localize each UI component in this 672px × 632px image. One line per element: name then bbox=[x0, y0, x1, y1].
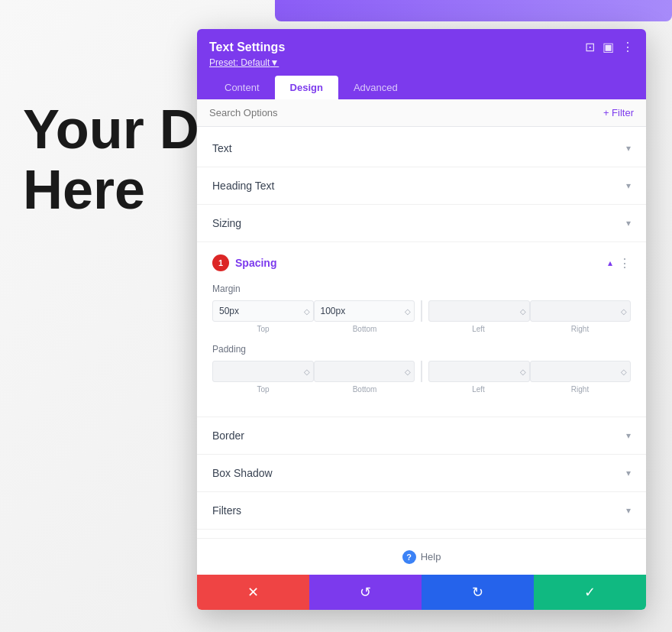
padding-bottom-wrapper: ◇ bbox=[314, 361, 415, 382]
margin-bottom-label: Bottom bbox=[314, 325, 415, 333]
margin-right-label: Right bbox=[529, 325, 631, 333]
panel-icon-group: ⊡ ▣ ⋮ bbox=[585, 40, 634, 54]
help-label: Help bbox=[421, 551, 441, 562]
action-buttons: ✕ ↺ ↻ ✓ bbox=[197, 575, 646, 610]
search-input[interactable] bbox=[209, 107, 603, 118]
chevron-spacing-icon[interactable]: ▴ bbox=[608, 258, 612, 268]
margin-left-icon: ◇ bbox=[520, 307, 526, 316]
top-bar-gradient bbox=[275, 0, 672, 21]
margin-left-input[interactable] bbox=[428, 300, 530, 322]
section-border[interactable]: Border ▾ bbox=[197, 417, 646, 455]
padding-inputs-row: ◇ ◇ ◇ ◇ bbox=[212, 361, 631, 382]
padding-left-icon: ◇ bbox=[520, 368, 526, 376]
chevron-sizing-icon: ▾ bbox=[626, 218, 631, 228]
chevron-box-shadow-icon: ▾ bbox=[626, 468, 631, 478]
margin-bottom-input[interactable] bbox=[314, 300, 415, 322]
padding-label: Padding bbox=[212, 344, 631, 355]
help-link[interactable]: ? Help bbox=[402, 550, 441, 564]
help-icon: ? bbox=[402, 550, 416, 564]
section-box-shadow[interactable]: Box Shadow ▾ bbox=[197, 455, 646, 492]
panel-footer: ? Help bbox=[197, 538, 646, 575]
margin-bottom-icon: ◇ bbox=[405, 307, 411, 316]
section-filters-label: Filters bbox=[212, 504, 241, 517]
undo-button[interactable]: ↺ bbox=[309, 575, 422, 610]
padding-top-icon: ◇ bbox=[304, 368, 310, 376]
margin-right-input[interactable] bbox=[530, 300, 632, 322]
padding-bottom-label: Bottom bbox=[314, 385, 415, 394]
search-bar: + Filter bbox=[197, 99, 646, 127]
spacing-content: Margin ◇ ◇ bbox=[197, 284, 646, 416]
padding-bottom-icon: ◇ bbox=[405, 368, 411, 376]
margin-top-icon: ◇ bbox=[304, 307, 310, 316]
chevron-filters-icon: ▾ bbox=[626, 505, 631, 516]
section-box-shadow-label: Box Shadow bbox=[212, 467, 273, 479]
spacing-more-icon[interactable]: ⋮ bbox=[619, 256, 631, 271]
margin-lr-labels: Left Right bbox=[415, 325, 631, 333]
chevron-heading-icon: ▾ bbox=[626, 180, 631, 191]
text-settings-panel: Text Settings ⊡ ▣ ⋮ Preset: Default▼ Con… bbox=[197, 29, 646, 610]
section-filters[interactable]: Filters ▾ bbox=[197, 492, 646, 530]
padding-tb-labels: Top Bottom bbox=[212, 385, 415, 394]
spacing-header-icons: ▴ ⋮ bbox=[608, 256, 631, 271]
margin-left-wrapper: ◇ bbox=[428, 300, 530, 322]
panel-tabs: Content Design Advanced bbox=[209, 76, 634, 99]
margin-bottom-wrapper: ◇ bbox=[314, 300, 415, 322]
step-badge: 1 bbox=[212, 254, 229, 271]
padding-lr-labels: Left Right bbox=[415, 385, 631, 394]
padding-bottom-input[interactable] bbox=[314, 361, 415, 382]
tab-content[interactable]: Content bbox=[209, 76, 275, 99]
responsive-icon[interactable]: ⊡ bbox=[585, 40, 595, 54]
margin-top-label: Top bbox=[212, 325, 314, 333]
margin-right-wrapper: ◇ bbox=[530, 300, 632, 322]
margin-left-right: ◇ ◇ bbox=[421, 300, 631, 322]
padding-left-label: Left bbox=[428, 385, 529, 394]
spacing-label: Spacing bbox=[235, 257, 276, 269]
tab-advanced[interactable]: Advanced bbox=[338, 76, 413, 99]
chevron-text-icon: ▾ bbox=[626, 143, 631, 154]
padding-labels-row: Top Bottom Left Right bbox=[212, 385, 631, 394]
padding-left-right: ◇ ◇ bbox=[421, 361, 631, 382]
margin-label: Margin bbox=[212, 284, 631, 294]
padding-top-label: Top bbox=[212, 385, 314, 394]
sections-container: Text ▾ Heading Text ▾ Sizing ▾ 1 Spacing bbox=[197, 127, 646, 538]
margin-top-wrapper: ◇ bbox=[212, 300, 314, 322]
section-heading-text[interactable]: Heading Text ▾ bbox=[197, 167, 646, 205]
margin-inputs-row: ◇ ◇ ◇ ◇ bbox=[212, 300, 631, 322]
section-sizing-label: Sizing bbox=[212, 217, 241, 229]
redo-button[interactable]: ↻ bbox=[422, 575, 534, 610]
chevron-border-icon: ▾ bbox=[626, 430, 631, 441]
filter-button[interactable]: + Filter bbox=[603, 107, 634, 118]
margin-top-bottom: ◇ ◇ bbox=[212, 300, 415, 322]
padding-left-input[interactable] bbox=[428, 361, 530, 382]
section-heading-text-label: Heading Text bbox=[212, 180, 274, 192]
padding-top-bottom: ◇ ◇ bbox=[212, 361, 415, 382]
margin-labels-row: Top Bottom Left Right bbox=[212, 325, 631, 333]
settings-icon[interactable]: ▣ bbox=[603, 40, 614, 54]
padding-left-wrapper: ◇ bbox=[428, 361, 530, 382]
section-transform[interactable]: Transform ▾ bbox=[197, 530, 646, 538]
section-text-label: Text bbox=[212, 142, 232, 154]
padding-right-icon: ◇ bbox=[621, 368, 627, 376]
panel-preset[interactable]: Preset: Default▼ bbox=[209, 57, 634, 68]
more-icon[interactable]: ⋮ bbox=[622, 40, 634, 54]
padding-top-wrapper: ◇ bbox=[212, 361, 314, 382]
section-spacing: 1 Spacing ▴ ⋮ Margin ◇ bbox=[197, 242, 646, 417]
padding-right-wrapper: ◇ bbox=[530, 361, 632, 382]
spacing-header[interactable]: 1 Spacing ▴ ⋮ bbox=[197, 242, 646, 284]
cancel-button[interactable]: ✕ bbox=[197, 575, 309, 610]
save-button[interactable]: ✓ bbox=[534, 575, 646, 610]
section-border-label: Border bbox=[212, 429, 244, 442]
margin-top-input[interactable] bbox=[212, 300, 314, 322]
panel-header: Text Settings ⊡ ▣ ⋮ Preset: Default▼ Con… bbox=[197, 29, 646, 99]
spacing-header-left: 1 Spacing bbox=[212, 254, 276, 271]
padding-right-input[interactable] bbox=[530, 361, 632, 382]
margin-left-label: Left bbox=[428, 325, 529, 333]
padding-right-label: Right bbox=[529, 385, 631, 394]
panel-title: Text Settings bbox=[209, 41, 285, 54]
section-text[interactable]: Text ▾ bbox=[197, 130, 646, 167]
panel-title-row: Text Settings ⊡ ▣ ⋮ bbox=[209, 40, 634, 54]
margin-tb-labels: Top Bottom bbox=[212, 325, 415, 333]
section-sizing[interactable]: Sizing ▾ bbox=[197, 205, 646, 242]
padding-top-input[interactable] bbox=[212, 361, 314, 382]
tab-design[interactable]: Design bbox=[275, 76, 338, 99]
